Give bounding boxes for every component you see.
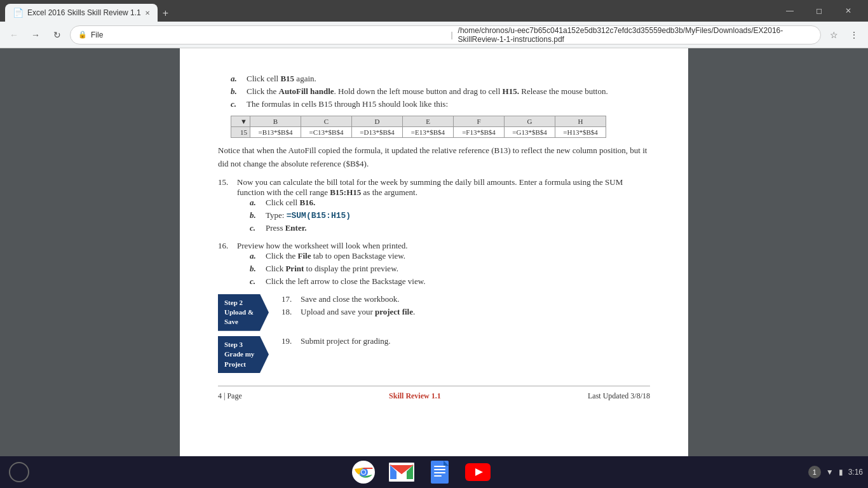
bookmark-button[interactable]: ☆ [825,26,843,44]
browser-actions: ☆ ⋮ [825,26,863,44]
chrome-icon [352,461,375,484]
sub-letter-a: a. [231,74,247,84]
reload-button[interactable]: ↻ [48,26,66,44]
back-button[interactable]: ← [5,26,23,44]
item-15-content: Now you can calculate the bill total for… [237,177,650,236]
home-button[interactable] [5,458,33,486]
cell-h15: =H13*$B$4 [555,127,606,138]
taskbar-right: 1 ▼ ▮ 3:16 [808,466,863,478]
footer-right: Last Updated 3/8/18 [588,391,650,401]
address-bar[interactable]: 🔒 File | /home/chronos/u-eec7b65c041a152… [70,25,821,44]
step3-items: 19. Submit project for grading. [281,336,391,351]
maximize-button[interactable]: ◻ [804,0,834,22]
item-16c: c. Click the left arrow to close the Bac… [250,276,426,287]
notification-count: 1 [813,468,817,476]
spreadsheet-container: ▼ B C D E F G H 15 =B13*$B$4 =C13*$B$4 =… [231,116,650,138]
item-15-text: Now you can calculate the bill total for… [237,177,623,197]
pdf-content-area: a. Click cell B15 again. b. Click the Au… [0,48,868,456]
step3-line1: Step 3 [224,340,255,349]
data-row-15: 15 =B13*$B$4 =C13*$B$4 =D13*$B$4 =E13*$B… [231,127,606,138]
step2-badge-area: Step 2 Upload & Save [218,294,269,331]
new-tab-button[interactable]: + [158,5,173,22]
address-prefix: File [91,30,445,39]
sub-letter-b: b. [231,86,247,97]
minimize-button[interactable]: — [775,0,804,22]
item-15a-text: Click cell B16. [266,198,315,208]
col-b: B [250,116,301,127]
docs-app-button[interactable] [426,458,454,486]
item-16-subs: a. Click the File tab to open Backstage … [250,251,426,287]
address-url: /home/chronos/u-eec7b65c041a152e5db312c7… [458,26,813,44]
step2-badge: Step 2 Upload & Save [218,294,269,331]
item-15c: c. Press Enter. [250,223,650,233]
item-15b: b. Type: =SUM(B15:H15) [250,210,650,220]
item-18-text: Upload and save your project file. [301,307,415,317]
chrome-app-button[interactable] [349,458,377,486]
title-bar: 📄 Excel 2016 Skills Skill Review 1.1 ✕ +… [0,0,868,22]
notification-badge: 1 [808,466,821,478]
step3-line3: Project [224,360,255,369]
taskbar-left [5,458,33,486]
svg-rect-9 [434,472,445,473]
gmail-icon [389,463,414,482]
item-15-num: 15. [218,177,237,236]
item-17-num: 17. [281,294,301,304]
item-15a: a. Click cell B16. [250,198,650,208]
youtube-icon [465,463,491,481]
item-15c-text: Press Enter. [266,223,307,233]
item-16a-letter: a. [250,251,266,261]
browser-bar: ← → ↻ 🔒 File | /home/chronos/u-eec7b65c0… [0,22,868,48]
step2-line1: Step 2 [224,298,255,308]
tab-area: 📄 Excel 2016 Skills Skill Review 1.1 ✕ + [5,0,173,22]
item-16a: a. Click the File tab to open Backstage … [250,251,426,261]
address-separator: | [451,30,452,39]
battery-icon: ▮ [839,468,843,477]
sub-letter-c: c. [231,99,247,109]
col-c: C [301,116,352,127]
col-e: E [403,116,454,127]
cell-g15: =G13*$B$4 [505,127,555,138]
item-16b-text: Click Print to display the print preview… [266,264,398,274]
cell-d15: =D13*$B$4 [352,127,403,138]
gmail-app-button[interactable] [388,458,416,486]
top-sub-items: a. Click cell B15 again. b. Click the Au… [231,74,650,109]
footer-center: Skill Review 1.1 [389,391,441,401]
settings-button[interactable]: ⋮ [845,26,863,44]
step2-items: 17. Save and close the workbook. 18. Upl… [281,294,415,322]
list-item-18: 18. Upload and save your project file. [281,307,415,317]
list-item-15: 15. Now you can calculate the bill total… [218,177,650,236]
header-row: ▼ B C D E F G H [231,116,606,127]
youtube-app-button[interactable] [464,458,492,486]
close-button[interactable]: ✕ [834,0,863,22]
svg-rect-7 [434,466,445,467]
sub-item-c-text: The formulas in cells B15 through H15 sh… [247,99,448,109]
col-h: H [555,116,606,127]
cell-b15: =B13*$B$4 [250,127,301,138]
step2-section: Step 2 Upload & Save 17. Save and close … [218,294,650,331]
page-footer: 4 | Page Skill Review 1.1 Last Updated 3… [218,386,650,401]
item-16c-letter: c. [250,276,266,287]
sub-item-a-text: Click cell B15 again. [247,74,316,84]
item-15a-letter: a. [250,198,266,208]
sub-item-c: c. The formulas in cells B15 through H15… [231,99,650,109]
col-f: F [454,116,505,127]
docs-icon [431,461,449,484]
item-15b-letter: b. [250,210,266,220]
footer-left: 4 | Page [218,391,242,401]
item-18-num: 18. [281,307,301,317]
item-16b: b. Click Print to display the print prev… [250,264,426,274]
tab-close-button[interactable]: ✕ [145,10,150,17]
svg-rect-10 [434,475,442,477]
item-16b-letter: b. [250,264,266,274]
sub-item-b-text: Click the AutoFill handle. Hold down the… [247,86,608,97]
browser-tab[interactable]: 📄 Excel 2016 Skills Skill Review 1.1 ✕ [5,4,158,22]
corner-cell: ▼ [231,116,250,127]
sub-item-b: b. Click the AutoFill handle. Hold down … [231,86,650,97]
item-15c-letter: c. [250,223,266,233]
cell-c15: =C13*$B$4 [301,127,352,138]
svg-rect-8 [434,469,445,470]
pdf-page: a. Click cell B15 again. b. Click the Au… [180,48,688,456]
forward-button[interactable]: → [27,26,44,44]
security-icon: 🔒 [78,30,87,39]
item-15b-text: Type: =SUM(B15:H15) [266,210,351,220]
